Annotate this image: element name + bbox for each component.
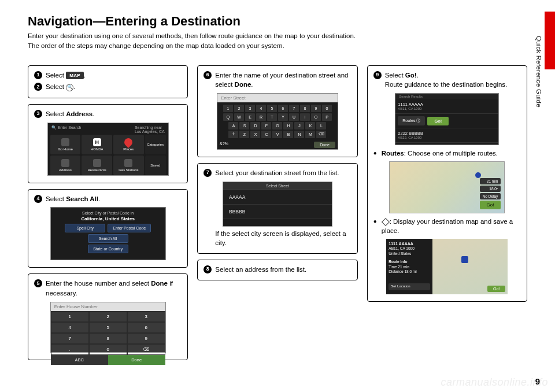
- card-step-6: 6 Enter the name of your destination str…: [197, 65, 357, 157]
- screenshot-house-number: Enter House Number 123 456 789 .0⌫ ABCDo…: [50, 302, 166, 353]
- step-number-9: 9: [373, 71, 382, 79]
- screenshot-address-menu: 🔍 Enter Search Searching nearLos Angeles…: [47, 123, 169, 176]
- card-step-9: 9 Select Go!. Route guidance to the dest…: [367, 65, 527, 302]
- bullet-diamond: ● : Display your destination map and sav…: [373, 217, 521, 235]
- step-4-text: Select Search All.: [46, 194, 182, 204]
- step-3-text: Select Address.: [46, 109, 182, 119]
- intro-line-2: The order of the steps may change depend…: [28, 41, 527, 51]
- card-step-8: 8 Select an address from the list.: [197, 260, 357, 281]
- screenshot-keyboard: Enter Street 1234567890 QWERTYUIOP ASDFG…: [217, 93, 338, 150]
- step-number-8: 8: [204, 265, 212, 273]
- step-7-text: Select your destination street from the …: [215, 168, 351, 178]
- intro-line-1: Enter your destination using one of seve…: [28, 31, 527, 41]
- step-number-4: 4: [34, 195, 42, 203]
- card-step-7: 7 Select your destination street from th…: [197, 163, 357, 254]
- step-number-6: 6: [204, 71, 212, 79]
- step-number-5: 5: [34, 279, 42, 287]
- card-step-4: 4 Select Search All. Select City or Post…: [28, 189, 188, 268]
- card-step-3: 3 Select Address. 🔍 Enter Search Searchi…: [28, 104, 188, 183]
- card-step-5: 5 Enter the house number and select Done…: [28, 273, 188, 360]
- step-9-text: Select Go!. Route guidance to the destin…: [385, 71, 521, 90]
- screenshot-go: Search Results 1111 AAAAAAB11, CA 1000 R…: [395, 93, 499, 145]
- step-number-3: 3: [34, 110, 42, 118]
- step-5-text: Enter the house number and select Done i…: [46, 279, 182, 298]
- step-6-text: Enter the name of your destination stree…: [215, 71, 351, 90]
- step-number-7: 7: [204, 169, 212, 177]
- screenshot-search-all: Select City or Postal Code in California…: [50, 207, 166, 260]
- step-1-text: Select MAP.: [46, 71, 182, 80]
- page-number: 9: [535, 376, 540, 386]
- step-2-text: Select 🔍.: [46, 82, 182, 92]
- card-steps-1-2: 1 Select MAP. 2 Select 🔍.: [28, 65, 188, 98]
- screenshot-street-list: Select Street AAAAA BBBBB: [223, 182, 332, 227]
- column-2: 6 Enter the name of your destination str…: [197, 65, 357, 360]
- step-number-1: 1: [34, 71, 42, 79]
- screenshot-routes-map: 21 min 18.0ⁿ No Delay Go!: [389, 161, 505, 213]
- bullet-routes: ● Routes: Choose one of multiple routes.: [373, 149, 521, 158]
- column-3: 9 Select Go!. Route guidance to the dest…: [367, 65, 527, 360]
- screenshot-location-map: 1111 AAAAA AB11, CA 1000 United States R…: [386, 239, 508, 294]
- column-1: 1 Select MAP. 2 Select 🔍. 3 Select Ad: [28, 65, 188, 360]
- step-7-note: If the select city screen is displayed, …: [215, 229, 351, 247]
- search-icon: 🔍: [66, 84, 73, 91]
- page-title: Navigation—Entering a Destination: [28, 14, 527, 29]
- map-button-icon: MAP: [66, 72, 84, 80]
- step-8-text: Select an address from the list.: [215, 265, 351, 275]
- step-number-2: 2: [34, 83, 42, 91]
- diamond-icon: [382, 218, 390, 226]
